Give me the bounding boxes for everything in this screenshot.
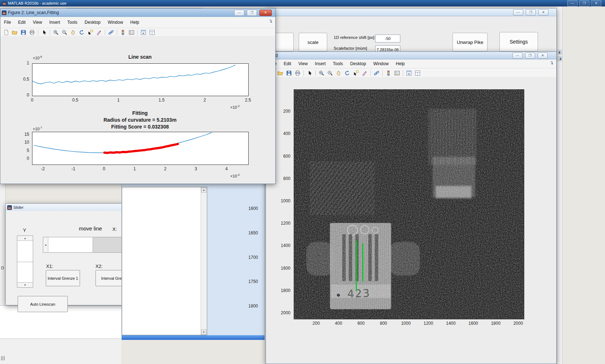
main-close-button[interactable]: ✕ [591, 0, 601, 6]
open-icon[interactable] [276, 69, 284, 77]
figure2-minimize-button[interactable]: — [234, 10, 244, 16]
new-icon[interactable] [2, 28, 10, 36]
colorbar-icon[interactable] [119, 28, 127, 36]
hand-icon[interactable] [335, 69, 343, 77]
hidden-axes-tick-labels: 16001650170017501800 [210, 184, 262, 335]
scroll-up-button[interactable]: ▲ [201, 187, 206, 193]
zoom-in-icon[interactable] [52, 28, 60, 36]
menu-edit[interactable]: Edit [14, 17, 29, 28]
figure2-close-button[interactable]: ✕ [259, 10, 272, 16]
legend-icon[interactable] [128, 28, 135, 36]
line-scan-chart[interactable] [32, 63, 249, 96]
menu-file[interactable]: File [0, 17, 14, 28]
dock-figure-arrow-icon[interactable]: ↴ [268, 18, 272, 24]
menu-tools[interactable]: Tools [329, 58, 347, 69]
fitting-chart[interactable] [32, 132, 249, 165]
x-slider[interactable]: ◄ [43, 237, 133, 253]
toolbar-separator [382, 70, 383, 76]
main-minimize-button[interactable]: — [567, 0, 578, 6]
resize-grip[interactable] [1, 356, 5, 360]
menu-window[interactable]: Window [104, 17, 127, 28]
layout-icon[interactable] [414, 69, 422, 77]
unwrap-pike-button[interactable]: Unwrap Pike [453, 33, 488, 51]
image-figure-toolbar [266, 68, 556, 78]
menu-help[interactable]: Help [392, 58, 409, 69]
dock-icon[interactable] [139, 28, 147, 36]
zoom-in-icon[interactable] [317, 69, 325, 77]
interval-grenze-1-button[interactable]: Interval Grenze 1 [46, 270, 80, 286]
y-slider-thumb[interactable] [17, 241, 33, 262]
line-scan-y-exponent: ×10-6 [33, 55, 42, 60]
link-icon[interactable] [373, 69, 381, 77]
x-slider-left-arrow[interactable]: ◄ [43, 237, 48, 252]
ref-shift-input[interactable]: -50 [375, 35, 400, 42]
save-icon[interactable] [285, 69, 293, 77]
y-slider-track[interactable] [17, 262, 33, 283]
x-tick-label: 1 [117, 98, 120, 103]
dock-figure-arrow-icon[interactable]: ↴ [550, 60, 553, 66]
x-tick-label: 1 [133, 166, 136, 171]
open-icon[interactable] [11, 28, 19, 36]
scale-button[interactable]: scale [299, 33, 327, 51]
menu-desktop[interactable]: Desktop [81, 17, 104, 28]
controls-minimize-button[interactable]: — [513, 9, 523, 15]
save-icon[interactable] [19, 28, 27, 36]
menu-tools[interactable]: Tools [64, 17, 81, 28]
menu-insert[interactable]: Insert [46, 17, 64, 28]
fitting-y-exponent: ×10-7 [33, 126, 42, 131]
y-slider-down-arrow[interactable]: ▼ [17, 282, 33, 287]
menu-insert[interactable]: Insert [311, 58, 329, 69]
image-figure-close-button[interactable]: ✕ [538, 53, 548, 59]
menu-window[interactable]: Window [370, 58, 392, 69]
image-figure-window: d — ❐ ✕ FileEditViewInsertToolsDesktopWi… [266, 51, 557, 364]
brush-icon[interactable] [95, 28, 103, 36]
menu-view[interactable]: View [29, 17, 46, 28]
hologram-image[interactable]: 423 [294, 90, 524, 319]
hand-icon[interactable] [69, 28, 77, 36]
matlab-logo-icon [2, 1, 6, 5]
scroll-down-button[interactable]: ▼ [201, 329, 206, 335]
x-slider-thumb[interactable] [93, 237, 122, 252]
x-tick-label: 1800 [491, 321, 501, 326]
y-slider-up-arrow[interactable]: ▲ [17, 236, 33, 241]
menu-edit[interactable]: Edit [280, 58, 295, 69]
datatip-icon[interactable] [352, 69, 360, 77]
listbox[interactable]: ▲ ▼ [122, 187, 207, 335]
cursor-icon[interactable] [306, 69, 313, 77]
image-figure-minimize-button[interactable]: — [512, 53, 522, 59]
zoom-out-icon[interactable] [326, 69, 334, 77]
x-tick-label: 0.5 [72, 98, 78, 103]
auto-linescan-button[interactable]: Auto Linescan [18, 296, 68, 312]
layout-icon[interactable] [148, 28, 156, 36]
cursor-icon[interactable] [40, 28, 48, 36]
menu-desktop[interactable]: Desktop [347, 58, 370, 69]
controls-window: — ❐ ✕ scale 1D reference shift [px]: -50… [266, 8, 557, 51]
zoom-out-icon[interactable] [61, 28, 68, 36]
datatip-icon[interactable] [86, 28, 94, 36]
y-tick-label: 1000 [281, 198, 290, 203]
print-icon[interactable] [28, 28, 36, 36]
colorbar-icon[interactable] [384, 69, 392, 77]
menu-view[interactable]: View [295, 58, 311, 69]
controls-maximize-button[interactable]: ❐ [526, 9, 536, 15]
menu-help[interactable]: Help [127, 17, 143, 28]
controls-close-button[interactable]: ✕ [538, 9, 548, 15]
main-maximize-button[interactable]: ❐ [579, 0, 590, 6]
legend-icon[interactable] [393, 69, 401, 77]
y-slider[interactable]: ▲ ▼ [17, 235, 33, 288]
image-figure-maximize-button[interactable]: ❐ [525, 53, 535, 59]
figure2-titlebar[interactable]: Figure 2: Line_scan,Fitting — ❐ ✕ [0, 9, 275, 17]
rotate-icon[interactable] [343, 69, 351, 77]
settings-button[interactable]: Settings [499, 32, 538, 51]
rotate-icon[interactable] [78, 28, 86, 36]
listbox-scrollbar[interactable]: ▲ ▼ [201, 187, 207, 335]
print-icon[interactable] [294, 69, 302, 77]
dock-icon[interactable] [405, 69, 413, 77]
figure2-maximize-button[interactable]: ❐ [247, 10, 257, 16]
link-icon[interactable] [107, 28, 115, 36]
sidebar-dock-icon-bottom[interactable]: ◨ [557, 56, 562, 61]
sidebar-dock-icon-top[interactable]: ◧ [557, 50, 562, 55]
brush-icon[interactable] [361, 69, 369, 77]
controls-titlebar[interactable]: — ❐ ✕ [266, 9, 556, 16]
y-tick-label: 1600 [281, 266, 290, 271]
